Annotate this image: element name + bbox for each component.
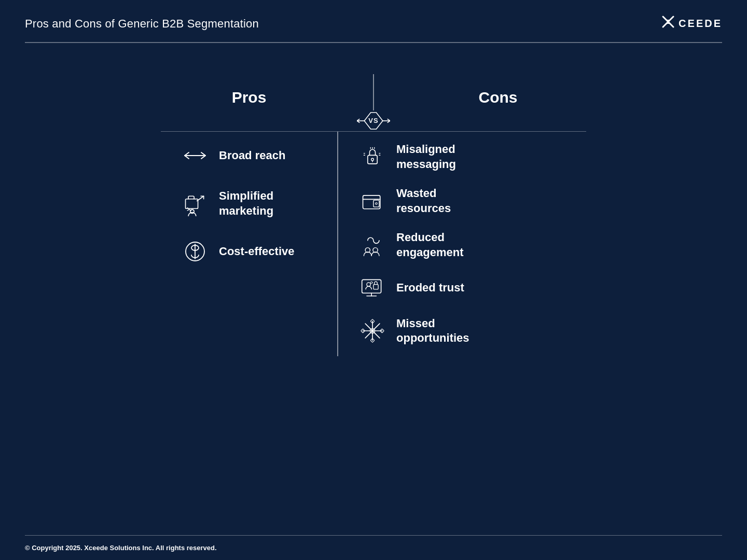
simplified-marketing-label: Simplifiedmarketing	[219, 189, 273, 218]
vs-text: VS	[368, 117, 378, 124]
svg-rect-13	[368, 155, 377, 164]
list-item: Misalignedmessaging	[359, 142, 504, 172]
svg-point-25	[376, 203, 378, 205]
cons-header: Cons	[410, 89, 586, 117]
svg-point-14	[371, 158, 374, 161]
wasted-resources-label: Wastedresources	[396, 186, 451, 216]
simplified-marketing-icon	[182, 190, 209, 217]
pros-column: Broad reach	[161, 132, 337, 356]
list-item: Cost-effective	[182, 238, 327, 265]
svg-point-33	[370, 282, 372, 284]
misaligned-messaging-label: Misalignedmessaging	[396, 142, 456, 172]
list-item: Reducedengagement	[359, 230, 504, 260]
svg-rect-2	[667, 20, 669, 24]
eroded-trust-label: Eroded trust	[396, 281, 464, 296]
logo: CEEDE	[661, 15, 722, 33]
pros-header: Pros	[161, 89, 337, 117]
header: Pros and Cons of Generic B2B Segmentatio…	[0, 0, 747, 42]
list-item: Broad reach	[182, 142, 327, 169]
svg-point-31	[367, 282, 370, 286]
list-item: Eroded trust	[359, 275, 504, 302]
broad-reach-icon	[182, 142, 209, 169]
eroded-trust-icon	[359, 275, 386, 302]
svg-rect-7	[186, 199, 198, 208]
vs-vertical-line-top	[373, 74, 374, 110]
cost-effective-label: Cost-effective	[219, 244, 294, 259]
list-item: Simplifiedmarketing	[182, 189, 327, 218]
missed-opportunities-icon	[359, 317, 386, 344]
cons-column: Misalignedmessaging Wastedresources	[338, 132, 515, 356]
broad-reach-label: Broad reach	[219, 148, 285, 163]
reduced-engagement-label: Reducedengagement	[396, 230, 464, 260]
main-content: Pros VS Cons	[0, 43, 747, 356]
footer-copyright: © Copyright 2025. Xceede Solutions Inc. …	[0, 536, 747, 560]
svg-line-8	[197, 196, 204, 201]
reduced-engagement-icon	[359, 232, 386, 259]
content-grid: Broad reach	[161, 132, 586, 356]
svg-rect-32	[374, 284, 378, 289]
logo-text: CEEDE	[679, 18, 722, 30]
missed-opportunities-label: Missedopportunities	[396, 316, 469, 346]
svg-rect-24	[374, 200, 379, 207]
columns-header: Pros VS Cons	[161, 74, 586, 131]
vs-badge: VS	[357, 110, 390, 131]
wasted-resources-icon	[359, 188, 386, 215]
logo-x-icon	[661, 15, 675, 33]
misaligned-messaging-icon	[359, 144, 386, 171]
list-item: Missedopportunities	[359, 316, 504, 346]
footer: © Copyright 2025. Xceede Solutions Inc. …	[0, 535, 747, 561]
list-item: Wastedresources	[359, 186, 504, 216]
cost-effective-icon	[182, 238, 209, 265]
page-title: Pros and Cons of Generic B2B Segmentatio…	[25, 17, 259, 31]
vs-badge-wrapper: VS	[337, 74, 410, 131]
